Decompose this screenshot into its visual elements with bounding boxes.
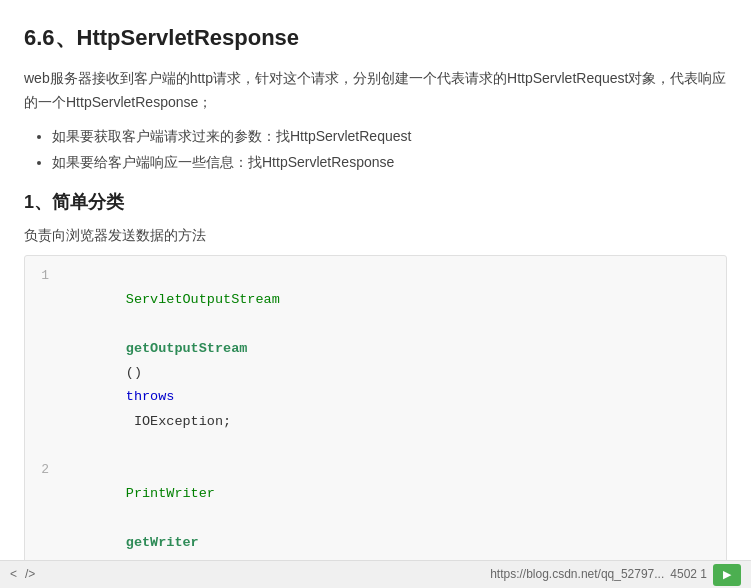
keyword: throws [126, 389, 175, 404]
class-name: PrintWriter [126, 486, 215, 501]
nav-arrows[interactable]: < [10, 565, 17, 584]
code-line: 2 PrintWriter getWriter () throws IOExce… [25, 458, 726, 560]
main-content: 6.6、HttpServletResponse web服务器接收到客户端的htt… [0, 0, 751, 560]
bottom-right: https://blog.csdn.net/qq_52797... 4502 1… [490, 564, 741, 586]
line-number: 2 [25, 458, 61, 481]
code-plain: IOException; [126, 414, 231, 429]
method-name: getOutputStream [126, 341, 248, 356]
section1-desc: 负责向浏览器发送数据的方法 [24, 224, 727, 246]
code-text: ServletOutputStream getOutputStream () t… [61, 264, 280, 458]
class-name: ServletOutputStream [126, 292, 280, 307]
page-title: 6.6、HttpServletResponse [24, 20, 727, 55]
intro-text: web服务器接收到客户端的http请求，针对这个请求，分别创建一个代表请求的Ht… [24, 67, 727, 115]
section1-title: 1、简单分类 [24, 188, 727, 217]
bottom-bar: < /> https://blog.csdn.net/qq_52797... 4… [0, 560, 751, 588]
play-button[interactable]: ▶ [713, 564, 741, 586]
code-block-1: 1 ServletOutputStream getOutputStream ()… [24, 255, 727, 560]
code-text: PrintWriter getWriter () throws IOExcept… [61, 458, 231, 560]
page-info: 4502 1 [670, 565, 707, 584]
code-plain: () [126, 365, 150, 380]
code-plain [126, 511, 134, 526]
list-item: 如果要给客户端响应一些信息：找HttpServletResponse [52, 151, 727, 173]
line-number: 1 [25, 264, 61, 287]
code-plain [126, 316, 134, 331]
bullet-list: 如果要获取客户端请求过来的参数：找HttpServletRequest 如果要给… [24, 125, 727, 174]
method-name: getWriter [126, 535, 199, 550]
list-item: 如果要获取客户端请求过来的参数：找HttpServletRequest [52, 125, 727, 147]
code-line: 1 ServletOutputStream getOutputStream ()… [25, 264, 726, 458]
url-text: https://blog.csdn.net/qq_52797... [490, 565, 664, 584]
code-tag-icon[interactable]: /> [25, 565, 35, 584]
bottom-left: < /> [10, 565, 35, 584]
